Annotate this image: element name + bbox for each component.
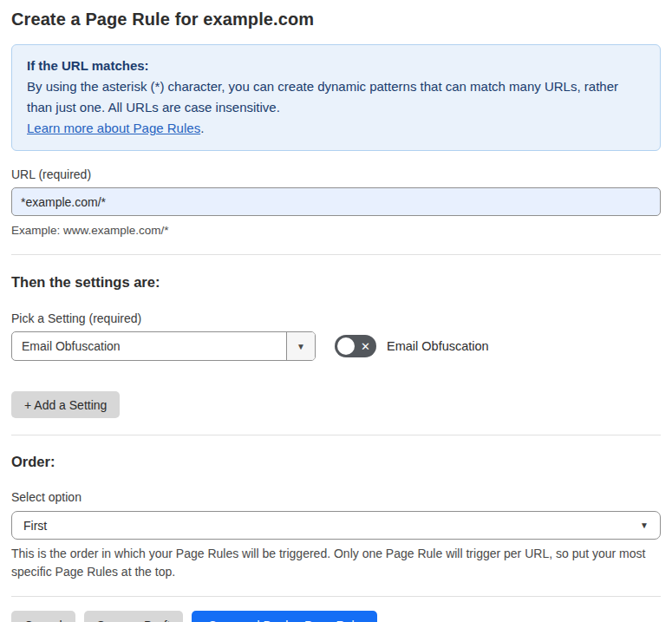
order-help-text: This is the order in which your Page Rul… [11, 545, 661, 581]
order-heading: Order: [11, 454, 661, 470]
learn-more-link[interactable]: Learn more about Page Rules [27, 121, 200, 135]
info-box-link-line: Learn more about Page Rules. [27, 118, 645, 139]
setting-row: Email Obfuscation ▼ ✕ Email Obfuscation [11, 331, 661, 361]
create-page-rule-form: Create a Page Rule for example.com If th… [0, 0, 672, 622]
setting-select-value: Email Obfuscation [12, 332, 286, 360]
settings-heading: Then the settings are: [11, 274, 661, 291]
add-setting-button[interactable]: + Add a Setting [11, 391, 120, 418]
info-box-body: By using the asterisk (*) character, you… [27, 76, 645, 118]
toggle-label: Email Obfuscation [387, 339, 489, 353]
order-select-value: First [23, 519, 47, 533]
divider [11, 435, 661, 435]
toggle-off-x-icon: ✕ [361, 335, 370, 357]
email-obfuscation-toggle[interactable]: ✕ [335, 335, 376, 357]
order-select[interactable]: First ▼ [11, 511, 661, 540]
info-box-heading: If the URL matches: [27, 56, 645, 76]
url-match-info-box: If the URL matches: By using the asteris… [11, 44, 661, 151]
chevron-down-icon: ▼ [640, 521, 649, 530]
link-suffix: . [200, 121, 204, 135]
save-as-draft-button[interactable]: Save as Draft [84, 611, 184, 622]
order-select-label: Select option [11, 490, 661, 504]
footer-actions: Cancel Save as Draft Save and Deploy Pag… [11, 611, 661, 622]
info-box-body-text: By using the asterisk (*) character, you… [27, 79, 618, 115]
divider [11, 596, 661, 597]
url-example-text: Example: www.example.com/* [11, 222, 661, 239]
toggle-knob [337, 337, 355, 355]
page-title: Create a Page Rule for example.com [11, 9, 661, 30]
divider [11, 254, 661, 255]
pick-setting-label: Pick a Setting (required) [11, 311, 661, 325]
url-label: URL (required) [11, 167, 661, 181]
setting-select[interactable]: Email Obfuscation ▼ [11, 331, 316, 361]
url-input[interactable] [11, 187, 661, 216]
cancel-button[interactable]: Cancel [11, 611, 75, 622]
save-and-deploy-button[interactable]: Save and Deploy Page Rule [192, 611, 377, 622]
chevron-down-icon[interactable]: ▼ [286, 332, 315, 360]
